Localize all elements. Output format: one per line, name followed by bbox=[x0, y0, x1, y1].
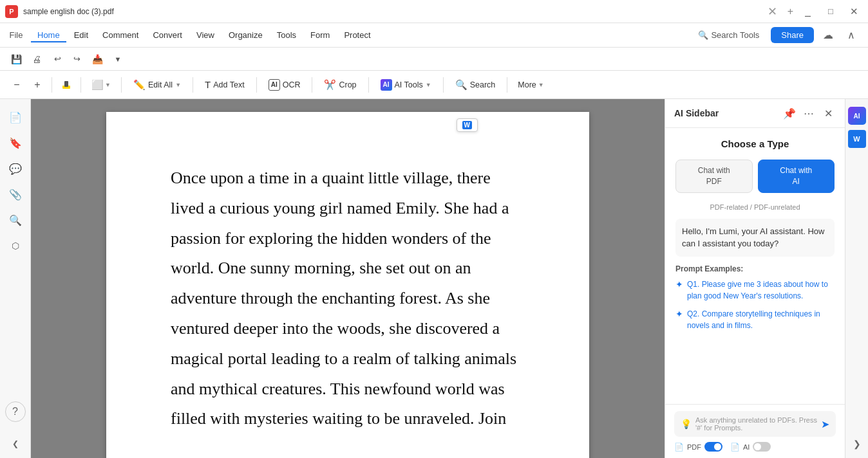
menubar-right: 🔍 Search Tools Share ☁ ∧ bbox=[692, 26, 860, 44]
prompt-item-1[interactable]: ✦ Q1. Please give me 3 ideas about how t… bbox=[675, 279, 835, 302]
sidebar-search-icon[interactable]: 🔍 bbox=[5, 210, 26, 230]
more-label: More bbox=[518, 80, 536, 89]
print-icon[interactable]: 🖨 bbox=[28, 51, 45, 68]
sidebar-layers-icon[interactable]: ⬡ bbox=[5, 235, 26, 256]
zoom-in-button[interactable]: + bbox=[28, 76, 46, 94]
separator-4 bbox=[193, 77, 193, 93]
sidebar-help-icon[interactable]: ? bbox=[5, 401, 26, 422]
ai-panel-icon[interactable]: AI bbox=[848, 107, 866, 125]
nav-prev-page[interactable]: ❮ bbox=[6, 435, 24, 453]
new-tab-btn[interactable]: + bbox=[788, 6, 793, 17]
ai-tools-button[interactable]: AI AI Tools ▼ bbox=[374, 76, 438, 94]
menu-protect[interactable]: Protect bbox=[337, 28, 377, 42]
ocr-label: OCR bbox=[283, 80, 301, 89]
chat-type-options: Chat with PDF Chat with AI bbox=[675, 160, 835, 193]
undo-redo-group: ↩ ↪ bbox=[49, 51, 85, 68]
pdf-area-wrapper: Once upon a time in a quaint little vill… bbox=[31, 99, 665, 458]
prompt-text-1[interactable]: Q1. Please give me 3 ideas about how to … bbox=[687, 279, 835, 302]
pdf-doc-icon: 📄 bbox=[674, 443, 684, 452]
cloud-upload-icon[interactable]: ☁ bbox=[819, 26, 837, 44]
rect-select-tool[interactable]: ⬜ ▼ bbox=[86, 76, 116, 94]
sidebar-comments-icon[interactable]: 💬 bbox=[5, 158, 26, 179]
nav-next-page-strip[interactable]: ❯ bbox=[848, 435, 866, 453]
file-menu[interactable]: File bbox=[8, 27, 24, 44]
chat-with-pdf-button[interactable]: Chat with PDF bbox=[675, 160, 753, 193]
sidebar-pages-icon[interactable]: 📄 bbox=[5, 107, 26, 127]
sidebar-attachments-icon[interactable]: 📎 bbox=[5, 184, 26, 205]
prompt-text-2[interactable]: Q2. Compare storytelling techniques in n… bbox=[687, 308, 835, 331]
separator-5 bbox=[256, 77, 257, 93]
undo-icon[interactable]: ↩ bbox=[49, 51, 66, 68]
crop-icon: ✂️ bbox=[324, 79, 336, 91]
word-indicator-icon: W bbox=[462, 121, 472, 129]
redo-icon[interactable]: ↪ bbox=[68, 51, 85, 68]
crop-button[interactable]: ✂️ Crop bbox=[317, 76, 363, 94]
menu-view[interactable]: View bbox=[190, 28, 221, 42]
more-button[interactable]: More ▼ bbox=[513, 77, 549, 93]
menu-form[interactable]: Form bbox=[304, 28, 336, 42]
pdf-scroll-area[interactable]: Once upon a time in a quaint little vill… bbox=[31, 99, 665, 458]
pdf-related-label: PDF-related / PDF-unrelated bbox=[675, 203, 835, 211]
menubar: File Home Edit Comment Convert View Orga… bbox=[0, 23, 868, 48]
ai-tools-icon: AI bbox=[381, 79, 392, 91]
share-button[interactable]: Share bbox=[771, 27, 814, 43]
dropdown-arrow-icon[interactable]: ▼ bbox=[109, 51, 126, 68]
ai-sidebar-title: AI Sidebar bbox=[674, 108, 777, 118]
more-options-icon[interactable]: ⋯ bbox=[801, 105, 816, 121]
search-tools-label: Search Tools bbox=[711, 30, 759, 40]
edit-all-dropdown: ▼ bbox=[175, 82, 181, 88]
ai-tools-label: AI Tools bbox=[395, 80, 423, 89]
word-indicator: W bbox=[457, 118, 478, 132]
separator-3 bbox=[121, 77, 122, 93]
close-win-icon[interactable]: ✕ bbox=[845, 3, 863, 21]
highlight-tool-icon[interactable] bbox=[57, 76, 75, 94]
ai-toggle-label: AI bbox=[743, 443, 750, 451]
pdf-toggle-switch[interactable] bbox=[704, 442, 722, 452]
inbox-icon[interactable]: 📥 bbox=[89, 51, 106, 68]
add-text-button[interactable]: T Add Text bbox=[198, 76, 251, 93]
app-icon: P bbox=[5, 5, 18, 18]
zoom-out-button[interactable]: − bbox=[8, 76, 26, 94]
collapse-icon[interactable]: ∧ bbox=[842, 26, 860, 44]
menu-tools[interactable]: Tools bbox=[270, 28, 303, 42]
search-tools-btn[interactable]: 🔍 Search Tools bbox=[692, 28, 766, 42]
menu-comment[interactable]: Comment bbox=[96, 28, 145, 42]
edit-all-icon: ✏️ bbox=[133, 79, 146, 91]
add-text-label: Add Text bbox=[213, 80, 244, 89]
titlebar: P sample english doc (3).pdf ✕ + ⎯ □ ✕ bbox=[0, 0, 868, 23]
ocr-icon: AI bbox=[269, 79, 280, 91]
add-text-icon: T bbox=[205, 79, 211, 90]
ai-toggle-switch[interactable] bbox=[753, 442, 771, 452]
pdf-toggle-label: PDF bbox=[687, 443, 701, 451]
menu-home[interactable]: Home bbox=[31, 28, 66, 42]
tab-title: sample english doc (3).pdf bbox=[23, 7, 762, 16]
file-toolbar: 💾 🖨 ↩ ↪ 📥 ▼ bbox=[0, 48, 868, 71]
ai-sidebar-close-icon[interactable]: ✕ bbox=[820, 105, 836, 121]
menu-convert[interactable]: Convert bbox=[146, 28, 189, 42]
sidebar-bookmarks-icon[interactable]: 🔖 bbox=[5, 133, 26, 153]
chat-with-ai-button[interactable]: Chat with AI bbox=[758, 160, 835, 193]
menu-organize[interactable]: Organize bbox=[222, 28, 269, 42]
right-strip: AI W ❯ bbox=[845, 99, 868, 458]
crop-label: Crop bbox=[339, 80, 356, 89]
maximize-icon[interactable]: □ bbox=[822, 3, 840, 21]
ai-send-button[interactable]: ➤ bbox=[821, 418, 829, 430]
separator-6 bbox=[312, 77, 312, 93]
save-icon[interactable]: 💾 bbox=[8, 51, 24, 68]
minimize-icon[interactable]: ⎯ bbox=[798, 3, 816, 21]
menu-edit[interactable]: Edit bbox=[68, 28, 95, 42]
word-panel-icon[interactable]: W bbox=[848, 130, 866, 148]
left-sidebar: 📄 🔖 💬 📎 🔍 ⬡ ? ❮ bbox=[0, 99, 31, 458]
prompt-examples-title: Prompt Examples: bbox=[675, 264, 835, 273]
ai-input-placeholder: Ask anything unrelated to PDFs. Press '#… bbox=[695, 416, 817, 432]
search-button[interactable]: 🔍 Search bbox=[449, 76, 502, 94]
ai-footer-toggles: 📄 PDF 📄 AI bbox=[674, 442, 836, 452]
edit-all-button[interactable]: ✏️ Edit All ▼ bbox=[127, 76, 187, 94]
ocr-button[interactable]: AI OCR bbox=[262, 76, 307, 94]
pin-icon[interactable]: 📌 bbox=[782, 105, 797, 121]
close-tab-btn[interactable]: ✕ bbox=[768, 5, 777, 19]
ai-sidebar-content: Choose a Type Chat with PDF Chat with AI… bbox=[665, 128, 845, 404]
prompt-item-2[interactable]: ✦ Q2. Compare storytelling techniques in… bbox=[675, 308, 835, 331]
separator-7 bbox=[368, 77, 369, 93]
pdf-page: Once upon a time in a quaint little vill… bbox=[106, 112, 589, 458]
